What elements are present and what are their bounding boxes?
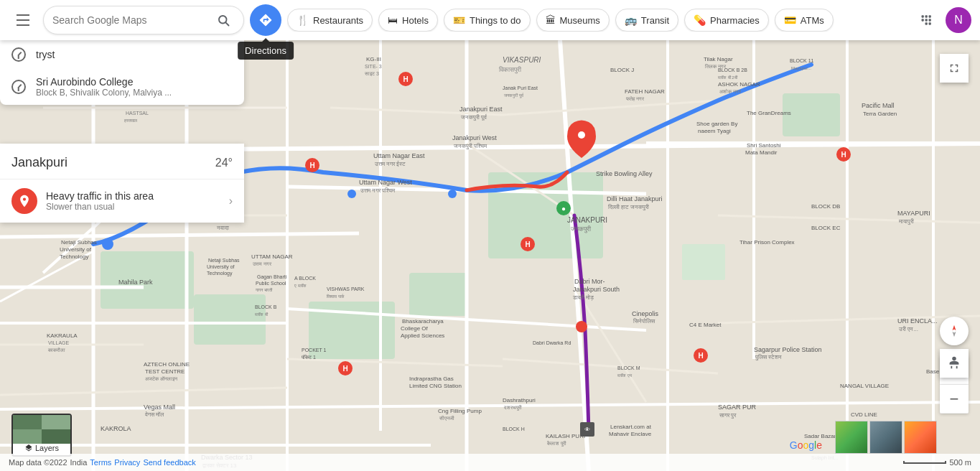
svg-text:BLOCK DB: BLOCK DB	[811, 203, 840, 210]
svg-text:Shoe garden By: Shoe garden By	[696, 121, 737, 127]
svg-text:KAILASH PURI: KAILASH PURI	[546, 433, 585, 439]
chip-transit[interactable]: 🚌 Transit	[615, 9, 678, 32]
svg-text:Applied Sciences: Applied Sciences	[401, 332, 444, 339]
chip-hotels-label: Hotels	[402, 15, 429, 26]
svg-text:Public School: Public School	[256, 281, 286, 286]
svg-text:विश्वास पार्क: विश्वास पार्क	[326, 294, 345, 299]
grid-button[interactable]	[914, 7, 940, 33]
hamburger-button[interactable]	[9, 6, 37, 34]
svg-text:सीएनजी: सीएनजी	[439, 416, 454, 421]
svg-text:Mayapur...: Mayapur...	[791, 66, 811, 70]
svg-point-60	[576, 321, 587, 332]
scale-bar: 500 m	[903, 458, 971, 467]
search-input[interactable]	[52, 14, 212, 26]
svg-text:ब्लॉक एम: ब्लॉक एम	[617, 373, 633, 378]
dropdown-item-aurobindo[interactable]: Sri Aurobindo College Block B, Shivalik …	[0, 69, 244, 105]
scale-label: 500 m	[949, 458, 971, 467]
chip-museums[interactable]: 🏛 Museums	[536, 9, 610, 32]
svg-line-183	[225, 22, 228, 25]
chip-hotels[interactable]: 🛏 Hotels	[378, 9, 438, 32]
svg-text:Netaji Subhas: Netaji Subhas	[61, 239, 97, 246]
svg-text:VISHWAS PARK: VISHWAS PARK	[327, 286, 365, 292]
svg-text:मायापुरी: मायापुरी	[898, 218, 914, 225]
svg-text:KG-III: KG-III	[366, 56, 381, 62]
svg-text:BLOCK J: BLOCK J	[610, 67, 634, 73]
search-container	[43, 6, 244, 34]
chip-restaurants[interactable]: 🍴 Restaurants	[287, 9, 373, 32]
privacy-link[interactable]: Privacy	[114, 458, 140, 467]
svg-text:H: H	[309, 162, 314, 169]
svg-text:नवादा: नवादा	[216, 225, 229, 231]
atms-icon: 💳	[784, 14, 796, 26]
svg-text:CVD LINE: CVD LINE	[851, 411, 877, 418]
chip-pharmacies-label: Pharmacies	[710, 15, 760, 26]
svg-text:H: H	[841, 151, 846, 159]
svg-text:Tilak Nagar: Tilak Nagar	[704, 56, 733, 62]
svg-text:उत्तम नगर: उत्तम नगर	[252, 261, 272, 266]
terms-link[interactable]: Terms	[90, 458, 111, 467]
svg-text:The GranDreams: The GranDreams	[747, 110, 791, 116]
transit-icon: 🚌	[625, 14, 637, 26]
svg-text:Janak Puri East: Janak Puri East	[503, 85, 538, 90]
feedback-link[interactable]: Send feedback	[143, 458, 195, 467]
svg-text:ब्लॉक बी: ब्लॉक बी	[254, 312, 269, 317]
svg-text:H: H	[525, 241, 530, 248]
svg-rect-7	[682, 244, 725, 280]
svg-text:अजटेक ऑनलाइन: अजटेक ऑनलाइन	[145, 376, 178, 382]
svg-point-61	[578, 131, 585, 139]
svg-text:A BLOCK: A BLOCK	[294, 276, 316, 281]
svg-text:H: H	[403, 75, 408, 83]
chip-atms[interactable]: 💳 ATMs	[775, 9, 834, 32]
chip-atms-label: ATMs	[801, 15, 824, 26]
svg-text:Cng Filling Pump: Cng Filling Pump	[438, 408, 482, 414]
bottom-bar: Map data ©2022 India Terms Privacy Send …	[0, 454, 980, 471]
dropdown-item-tryst[interactable]: tryst	[0, 40, 244, 69]
svg-text:Indraprastha Gas: Indraprastha Gas	[409, 376, 454, 382]
svg-text:SITE- 3: SITE- 3	[365, 64, 382, 69]
svg-rect-2	[194, 294, 266, 345]
svg-text:NANGAL VILLAGE: NANGAL VILLAGE	[840, 383, 889, 389]
svg-text:उत्तम नगर ईस्ट: उत्तम नगर ईस्ट	[374, 160, 406, 167]
bottom-left: Map data ©2022 India Terms Privacy Send …	[9, 458, 196, 467]
svg-text:HASTSAL: HASTSAL	[126, 111, 149, 116]
search-dropdown: tryst Sri Aurobindo College Block B, Shi…	[0, 40, 244, 105]
svg-text:Sagarpur Police Station: Sagarpur Police Station	[754, 346, 822, 353]
map-type-strips[interactable]	[835, 421, 937, 454]
svg-text:Dilli Haat Janakpuri: Dilli Haat Janakpuri	[607, 195, 663, 202]
layers-button[interactable]: Layers	[11, 414, 72, 457]
svg-text:FATEH NAGAR: FATEH NAGAR	[625, 88, 665, 95]
info-panel: Janakpuri 24° Heavy traffic in this area…	[0, 144, 244, 223]
svg-text:VIKASPURI: VIKASPURI	[503, 56, 541, 64]
bottom-right: 500 m	[903, 458, 971, 467]
svg-text:फतेह नगर: फतेह नगर	[625, 95, 645, 101]
svg-text:University of: University of	[60, 246, 92, 253]
directions-button[interactable]	[250, 4, 281, 36]
svg-text:Janakpuri West: Janakpuri West	[452, 134, 497, 141]
history-icon-2	[11, 80, 26, 94]
layers-label: Layers	[24, 444, 59, 452]
svg-text:पुलिस स्टेशन: पुलिस स्टेशन	[755, 353, 782, 361]
fullscreen-button[interactable]	[940, 54, 969, 83]
zoom-out-button[interactable]: −	[940, 385, 969, 414]
profile-avatar[interactable]: N	[946, 7, 971, 33]
traffic-icon	[11, 188, 37, 214]
svg-text:जनकपुरी: जनकपुरी	[570, 225, 592, 233]
svg-text:Uttam Nagar West: Uttam Nagar West	[359, 179, 412, 186]
svg-text:●: ●	[561, 205, 566, 213]
directions-tooltip: Directions	[238, 42, 294, 60]
svg-text:जनकपुरी पश्चिम: जनकपुरी पश्चिम	[453, 143, 487, 150]
chip-things-to-do[interactable]: 🎫 Things to do	[444, 9, 531, 32]
history-icon	[11, 47, 26, 62]
street-view-button[interactable]	[940, 349, 969, 378]
traffic-alert[interactable]: Heavy traffic in this area Slower than u…	[0, 179, 244, 223]
compass-button[interactable]	[940, 317, 969, 345]
svg-text:VILLAGE: VILLAGE	[48, 340, 70, 345]
svg-text:POCKET 1: POCKET 1	[302, 348, 327, 353]
svg-text:MAYAPURI: MAYAPURI	[897, 210, 930, 217]
search-button[interactable]	[212, 9, 235, 32]
svg-text:Tihar Prison Complex: Tihar Prison Complex	[739, 239, 795, 246]
chip-pharmacies[interactable]: 💊 Pharmacies	[684, 9, 769, 32]
hotels-icon: 🛏	[388, 14, 398, 26]
svg-text:डाबरी मोड़: डाबरी मोड़	[572, 294, 594, 301]
svg-text:गागन भारती: गागन भारती	[255, 287, 273, 292]
